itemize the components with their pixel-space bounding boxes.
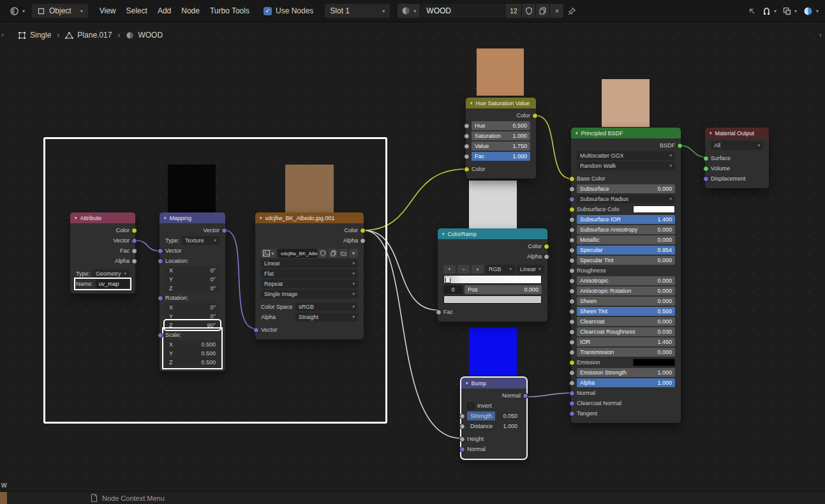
mapping-location-heading[interactable]: Location: [165, 256, 219, 265]
node-principled-bsdf[interactable]: ▾ Principled BSDF BSDF Multiscatter GGX … [571, 128, 681, 423]
unlink-material-button[interactable]: × [550, 4, 563, 18]
color-swatch-icon[interactable] [633, 359, 675, 366]
attribute-output-row[interactable]: Color [76, 226, 130, 235]
editor-type-button[interactable]: ▾ [6, 4, 28, 18]
attribute-output-row[interactable]: Vector [76, 236, 130, 245]
mapping-output-vector[interactable]: Vector [165, 226, 219, 235]
axis-value-field[interactable]: Z90° [165, 321, 219, 329]
material-output-input-row[interactable]: Surface [711, 154, 763, 163]
stop-color-swatch[interactable] [443, 295, 542, 304]
principled-input-row[interactable]: Subsurface Anisotropy 0.000 ▾ [577, 225, 675, 234]
node-header[interactable]: ▾ Hue Saturation Value [466, 98, 536, 108]
pin-button[interactable] [565, 4, 579, 18]
viewport-shading-button[interactable]: ▾ [803, 6, 819, 16]
add-stop-button[interactable]: + [443, 265, 456, 274]
bump-input-row[interactable]: Height [467, 434, 521, 443]
breadcrumb-object[interactable]: Plane.017 [65, 31, 112, 40]
menu-item[interactable]: Node [176, 4, 205, 18]
attribute-output-row[interactable]: Alpha [76, 256, 130, 265]
bump-invert-checkbox[interactable]: Invert [467, 401, 521, 410]
fake-user-shield-button[interactable] [318, 249, 327, 258]
ramp-specials-button[interactable]: ▾ [472, 265, 484, 274]
principled-input-row[interactable]: Emission Strength 1.000 ▾ [577, 368, 675, 377]
material-output-input-row[interactable]: Volume [711, 164, 763, 173]
node-header[interactable]: ▾ Mapping [160, 212, 225, 223]
principled-input-row[interactable]: Specular Tint 0.000 ▾ [577, 256, 675, 265]
axis-value-field[interactable]: Z0° [165, 284, 219, 292]
bump-value-slider[interactable]: Strength0.050 [467, 411, 521, 420]
node-hue-saturation-value[interactable]: ▾ Hue Saturation Value Color Hue0.500Sat… [466, 98, 536, 179]
menu-item[interactable]: View [94, 4, 121, 18]
axis-value-field[interactable]: Y0° [165, 312, 219, 320]
image-texture-input-vector[interactable]: Vector [261, 325, 358, 334]
axis-value-field[interactable]: Z0.500 [165, 358, 219, 366]
principled-input-row[interactable]: Sheen Tint 0.500 ▾ [577, 307, 675, 316]
copy-material-button[interactable] [536, 4, 549, 18]
mode-select[interactable]: Object ▾ [32, 4, 88, 18]
chevron-down-icon[interactable]: ▾ [164, 216, 167, 221]
chevron-down-icon[interactable]: ▾ [466, 381, 468, 386]
principled-input-row[interactable]: Emission ▾ [577, 358, 675, 367]
principled-input-row[interactable]: Base Color ▾ [577, 174, 675, 183]
ramp-interpolation-select[interactable]: Linear [517, 265, 544, 274]
snapping-button[interactable]: ▾ [762, 7, 777, 15]
region-expand-right[interactable]: ‹ [819, 31, 822, 38]
color-ramp-gradient[interactable] [443, 275, 542, 284]
bump-value-slider[interactable]: Distance1.000 [467, 422, 521, 431]
breadcrumb-material[interactable]: WOOD [126, 31, 163, 40]
chevron-down-icon[interactable]: ▾ [75, 216, 77, 221]
axis-value-field[interactable]: X0° [165, 303, 219, 311]
hsv-input-color[interactable]: Color [472, 165, 530, 174]
distribution-select[interactable]: Multiscatter GGX [577, 151, 675, 160]
unlink-image-button[interactable]: × [349, 249, 358, 258]
chevron-down-icon[interactable]: ▾ [442, 232, 445, 237]
mapping-rotation-heading[interactable]: Rotation: [165, 293, 219, 302]
node-image-texture[interactable]: ▾ vdcjfiw_BK_Albedo.jpg.001 ColorAlpha ▾… [255, 212, 364, 339]
slot-select[interactable]: Slot 1 ▾ [325, 4, 390, 18]
chevron-down-icon[interactable]: ▾ [260, 216, 262, 221]
remove-stop-button[interactable]: − [457, 265, 470, 274]
node-attribute[interactable]: ▾ Attribute ColorVectorFacAlpha Type: Ge… [70, 212, 135, 293]
node-header[interactable]: ▾ Attribute [70, 212, 135, 223]
attribute-name-field[interactable]: uv_map [96, 279, 130, 288]
ramp-stop-marker[interactable] [445, 276, 450, 283]
image-texture-select[interactable]: Repeat [261, 279, 358, 288]
mapping-input-vector[interactable]: Vector [165, 246, 219, 255]
mapping-type-select[interactable]: Texture [182, 236, 219, 245]
principled-input-row[interactable]: Clearcoat Roughness 0.030 ▾ [577, 327, 675, 336]
principled-input-row[interactable]: Anisotropic Rotation 0.000 ▾ [577, 286, 675, 295]
colorramp-output-row[interactable]: Color [443, 242, 542, 251]
bump-input-row[interactable]: Normal [467, 445, 521, 454]
image-texture-output-row[interactable]: Alpha [261, 236, 358, 245]
node-header[interactable]: ▾ Principled BSDF [571, 128, 681, 138]
principled-input-row[interactable]: Sheen 0.000 ▾ [577, 297, 675, 306]
browse-material-button[interactable]: ▾ [398, 4, 420, 18]
snap-target-button[interactable]: ▾ [783, 7, 797, 15]
colorramp-output-row[interactable]: Alpha [443, 252, 542, 261]
ramp-color-mode-select[interactable]: RGB [486, 265, 515, 274]
attribute-type-select[interactable]: Geometry [93, 269, 130, 278]
principled-input-row[interactable]: Normal ▾ [577, 389, 675, 397]
principled-input-row[interactable]: Subsurface IOR 1.400 ▾ [577, 215, 675, 224]
hsv-value-slider[interactable]: Fac1.000 [472, 152, 530, 161]
node-header[interactable]: ▾ ColorRamp [438, 228, 547, 239]
copy-image-button[interactable] [329, 249, 338, 258]
browse-image-button[interactable]: ▾ [261, 249, 276, 258]
principled-input-row[interactable]: Tangent ▾ [577, 409, 675, 418]
node-material-output[interactable]: ▾ Material Output All SurfaceVolumeDispl… [705, 128, 769, 188]
chevron-down-icon[interactable]: ▾ [470, 101, 473, 106]
fake-user-shield-button[interactable] [522, 4, 535, 18]
color-space-select[interactable]: sRGB [295, 302, 358, 311]
hsv-value-slider[interactable]: Hue0.500 [472, 121, 530, 130]
parent-navigate-button[interactable] [747, 6, 756, 15]
axis-value-field[interactable]: X0° [165, 266, 219, 274]
stop-index-field[interactable]: 0 [443, 285, 463, 294]
chevron-down-icon[interactable]: ▾ [710, 131, 712, 136]
region-expand-left[interactable]: › [1, 31, 4, 38]
open-image-button[interactable] [339, 249, 348, 258]
image-name-field[interactable]: vdcjfiw_BK_Albed.. [278, 249, 317, 258]
colorramp-input-fac[interactable]: Fac [443, 308, 542, 316]
use-nodes-toggle[interactable]: ✓ Use Nodes [264, 6, 313, 15]
color-swatch-icon[interactable] [633, 205, 675, 213]
chevron-down-icon[interactable]: ▾ [576, 131, 578, 136]
